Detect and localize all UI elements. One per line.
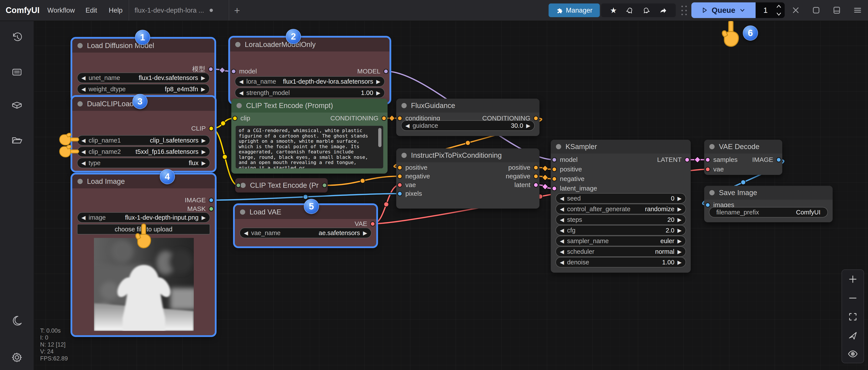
node-header[interactable]: InstructPixToPixConditioning <box>396 148 539 162</box>
stepper-right-icon[interactable]: ▶ <box>376 79 380 84</box>
input-dot-images[interactable] <box>705 202 710 207</box>
output-dot-IMAGE[interactable] <box>209 198 214 203</box>
stepper-left-icon[interactable]: ◀ <box>560 196 564 201</box>
stepper-left-icon[interactable]: ◀ <box>405 123 409 129</box>
widget-clip_name1[interactable]: ◀clip_name1clip_l.safetensors▶ <box>77 135 210 146</box>
output-dot-CLIP[interactable] <box>209 126 214 131</box>
widget-vae_name[interactable]: ◀vae_nameae.safetensors▶ <box>240 228 372 238</box>
zoom-in-icon[interactable] <box>847 273 859 285</box>
fit-view-icon[interactable] <box>847 311 859 323</box>
node-library-icon[interactable] <box>11 66 23 78</box>
node-header[interactable]: CLIP Text Encode (Pr <box>235 178 328 193</box>
input-dot-positive[interactable] <box>552 167 557 172</box>
node-clip-text-encode-prompt[interactable]: CLIP Text Encode (Prompt)clipCONDITIONIN… <box>231 98 388 174</box>
manager-button[interactable]: Manager <box>549 3 600 17</box>
stepper-left-icon[interactable]: ◀ <box>82 75 86 81</box>
input-dot-vae[interactable] <box>705 167 710 172</box>
input-dot-model[interactable] <box>552 157 557 162</box>
input-dot-pixels[interactable] <box>397 191 402 196</box>
input-dot-conditioning[interactable] <box>397 116 402 121</box>
input-dot-positive[interactable] <box>397 165 402 170</box>
output-dot-模型[interactable] <box>208 67 213 72</box>
node-header[interactable]: Save Image <box>704 186 833 200</box>
widget-clip_name2[interactable]: ◀clip_name2t5xxl_fp16.safetensors▶ <box>77 146 210 157</box>
stepper-left-icon[interactable]: ◀ <box>82 215 86 220</box>
close-icon[interactable] <box>790 5 801 16</box>
stepper-right-icon[interactable]: ▶ <box>376 90 380 95</box>
node-flux-guidance[interactable]: FluxGuidanceconditioningCONDITIONING◀gui… <box>396 98 539 136</box>
stepper-left-icon[interactable]: ◀ <box>82 86 86 92</box>
zoom-out-icon[interactable] <box>847 292 859 304</box>
input-dot-model[interactable] <box>231 69 236 74</box>
stepper-left-icon[interactable]: ◀ <box>560 217 564 223</box>
node-lora-loader-model-only[interactable]: LoraLoaderModelOnlymodelMODEL◀lora_namef… <box>230 37 390 103</box>
stepper-right-icon[interactable]: ▶ <box>678 260 682 265</box>
input-dot-negative[interactable] <box>397 174 402 179</box>
stepper-right-icon[interactable]: ▶ <box>526 123 530 129</box>
stepper-left-icon[interactable]: ◀ <box>560 206 564 212</box>
workflow-tab[interactable]: flux-1-dev-depth-lora ... <box>134 0 213 21</box>
scrollbar-thumb[interactable] <box>378 128 381 147</box>
workflows-folder-icon[interactable] <box>11 134 23 146</box>
node-instruct-pix-to-pix-conditioning[interactable]: InstructPixToPixConditioningpositivenega… <box>396 148 539 208</box>
node-header[interactable]: Load Image <box>72 174 215 188</box>
stepper-right-icon[interactable]: ▶ <box>202 160 206 166</box>
maximize-icon[interactable] <box>811 5 822 16</box>
prompt-textarea[interactable]: of a CGI-rendered, whimsical, white plas… <box>236 126 383 168</box>
output-dot-CONDITIONING[interactable] <box>533 116 538 121</box>
node-load-image[interactable]: Load ImageIMAGEMASK◀imageflux-1-dev-dept… <box>72 174 215 335</box>
chevron-up-icon[interactable] <box>776 4 782 9</box>
stepper-left-icon[interactable]: ◀ <box>560 249 564 254</box>
theme-moon-icon[interactable] <box>11 314 23 326</box>
widget-lora_name[interactable]: ◀lora_nameflux1-depth-dev-lora.safetenso… <box>235 76 385 87</box>
stepper-right-icon[interactable]: ▶ <box>678 217 682 223</box>
output-dot-VAE[interactable] <box>370 221 375 226</box>
collapse-dot[interactable] <box>78 101 83 107</box>
output-dot-LATENT[interactable] <box>685 157 690 162</box>
stepper-right-icon[interactable]: ▶ <box>202 138 206 143</box>
node-header[interactable]: CLIP Text Encode (Prompt) <box>231 98 388 113</box>
bell-icon[interactable] <box>626 6 633 15</box>
stepper-right-icon[interactable]: ▶ <box>201 75 205 81</box>
stepper-right-icon[interactable]: ▶ <box>678 228 682 233</box>
star-icon[interactable]: ★ <box>610 6 617 15</box>
widget-image[interactable]: ◀imageflux-1-dev-depth-input.png▶ <box>77 212 210 223</box>
menu-workflow[interactable]: Workflow <box>47 6 75 15</box>
stepper-left-icon[interactable]: ◀ <box>82 149 86 154</box>
collapse-dot[interactable] <box>556 144 561 149</box>
output-dot-MASK[interactable] <box>209 206 214 211</box>
collapse-dot[interactable] <box>401 103 407 108</box>
collapse-dot[interactable] <box>240 209 245 215</box>
stepper-right-icon[interactable]: ▶ <box>201 86 205 92</box>
input-dot-vae[interactable] <box>397 182 402 188</box>
widget-denoise[interactable]: ◀denoise1.00▶ <box>556 257 686 267</box>
stepper-left-icon[interactable]: ◀ <box>560 260 564 265</box>
stepper-right-icon[interactable]: ▶ <box>678 206 682 212</box>
widget-sampler_name[interactable]: ◀sampler_nameeuler▶ <box>556 236 686 246</box>
widget-seed[interactable]: ◀seed0▶ <box>556 193 686 204</box>
input-dot-clip[interactable] <box>232 116 238 121</box>
bell-slash-icon[interactable] <box>642 6 650 15</box>
widget-scheduler[interactable]: ◀schedulernormal▶ <box>556 246 686 257</box>
toggle-link-visibility-eye-icon[interactable] <box>847 348 859 360</box>
widget-weight_dtype[interactable]: ◀weight_dtypefp8_e4m3fn▶ <box>77 84 210 94</box>
settings-gear-icon[interactable] <box>11 351 23 364</box>
widget-guidance[interactable]: ◀guidance30.0▶ <box>401 120 535 131</box>
input-dot-samples[interactable] <box>705 157 710 162</box>
stepper-left-icon[interactable]: ◀ <box>244 230 248 236</box>
stepper-right-icon[interactable]: ▶ <box>678 238 682 244</box>
stepper-right-icon[interactable]: ▶ <box>678 249 682 254</box>
node-header[interactable]: KSampler <box>551 140 691 153</box>
queue-button[interactable]: Queue <box>691 2 755 18</box>
node-load-diffusion-model[interactable]: Load Diffusion Model模型◀unet_nameflux1-de… <box>72 39 214 101</box>
widget-steps[interactable]: ◀steps20▶ <box>556 215 686 225</box>
stepper-left-icon[interactable]: ◀ <box>560 238 564 244</box>
output-dot-IMAGE[interactable] <box>776 157 781 162</box>
node-header[interactable]: FluxGuidance <box>396 98 539 113</box>
stepper-right-icon[interactable]: ▶ <box>363 230 367 236</box>
widget-type[interactable]: ◀typeflux▶ <box>77 158 210 168</box>
new-workflow-tab-button[interactable]: + <box>234 5 240 16</box>
menu-edit[interactable]: Edit <box>86 6 97 15</box>
stepper-right-icon[interactable]: ▶ <box>678 196 682 201</box>
widget-control_after_generate[interactable]: ◀control_after_generaterandomize▶ <box>556 204 686 214</box>
